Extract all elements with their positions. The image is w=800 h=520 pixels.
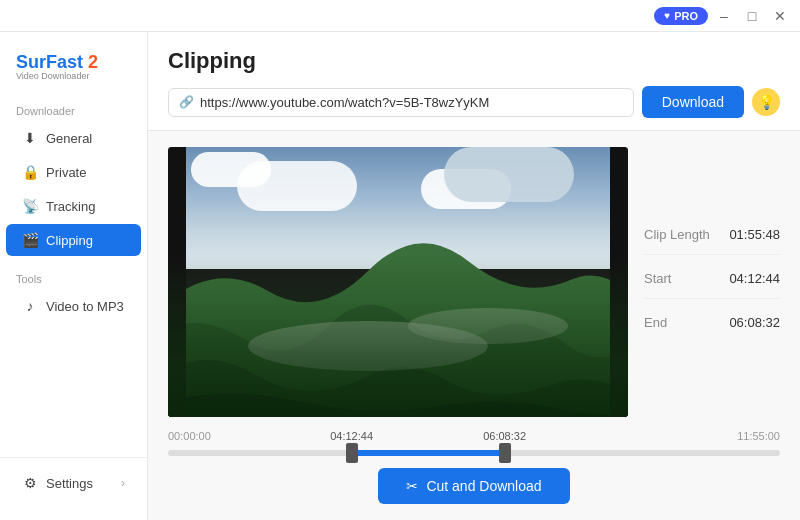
clipping-icon: 🎬 — [22, 232, 38, 248]
url-input[interactable] — [200, 95, 623, 110]
title-bar: PRO – □ ✕ — [0, 0, 800, 32]
timeline-marker-right: 06:08:32 — [483, 430, 526, 442]
timeline-track[interactable] — [168, 450, 780, 456]
timeline-start-label: 00:00:00 — [168, 430, 211, 442]
settings-icon: ⚙ — [22, 475, 38, 491]
main-content: Clipping 🔗 Download 💡 — [148, 32, 800, 520]
mountain-svg — [168, 201, 628, 417]
sidebar-item-label: Clipping — [46, 233, 93, 248]
cut-and-download-button[interactable]: ✂ Cut and Download — [378, 468, 569, 504]
scissors-icon: ✂ — [406, 478, 418, 494]
sidebar: SurFast 2 Video Downloader Downloader ⬇ … — [0, 32, 148, 520]
timeline-fill — [352, 450, 505, 456]
hint-icon[interactable]: 💡 — [752, 88, 780, 116]
clip-length-row: Clip Length 01:55:48 — [644, 227, 780, 255]
main-header: Clipping 🔗 Download 💡 — [148, 32, 800, 131]
end-value: 06:08:32 — [729, 315, 780, 330]
timeline-labels: 00:00:00 04:12:44 06:08:32 11:55:00 — [168, 430, 780, 442]
downloader-section-label: Downloader — [0, 97, 147, 121]
video-section: Clip Length 01:55:48 Start 04:12:44 End … — [168, 147, 780, 422]
maximize-button[interactable]: □ — [740, 4, 764, 28]
timeline-section: 00:00:00 04:12:44 06:08:32 11:55:00 ✂ Cu… — [168, 422, 780, 504]
svg-point-0 — [248, 321, 488, 371]
music-icon: ♪ — [22, 298, 38, 314]
right-pillar — [610, 147, 628, 417]
sidebar-item-label: Tracking — [46, 199, 95, 214]
logo-brand: SurFast — [16, 52, 83, 72]
sidebar-item-tracking[interactable]: 📡 Tracking — [6, 190, 141, 222]
clip-length-label: Clip Length — [644, 227, 710, 242]
app-body: SurFast 2 Video Downloader Downloader ⬇ … — [0, 32, 800, 520]
start-row: Start 04:12:44 — [644, 271, 780, 299]
download-icon: ⬇ — [22, 130, 38, 146]
url-bar: 🔗 Download 💡 — [168, 86, 780, 118]
start-value: 04:12:44 — [729, 271, 780, 286]
end-label: End — [644, 315, 667, 330]
video-info: Clip Length 01:55:48 Start 04:12:44 End … — [644, 147, 780, 422]
tools-section-label: Tools — [0, 265, 147, 289]
timeline-end-label: 11:55:00 — [737, 430, 780, 442]
logo-subtitle: Video Downloader — [16, 71, 131, 81]
left-pillar — [168, 147, 186, 417]
link-icon: 🔗 — [179, 95, 194, 109]
close-button[interactable]: ✕ — [768, 4, 792, 28]
sidebar-item-video-to-mp3[interactable]: ♪ Video to MP3 — [6, 290, 141, 322]
logo: SurFast 2 Video Downloader — [0, 44, 147, 97]
cloud-4 — [444, 147, 574, 202]
settings-label: Settings — [46, 476, 93, 491]
start-label: Start — [644, 271, 671, 286]
lock-icon: 🔒 — [22, 164, 38, 180]
sidebar-item-general[interactable]: ⬇ General — [6, 122, 141, 154]
sidebar-item-clipping[interactable]: 🎬 Clipping — [6, 224, 141, 256]
sidebar-item-label: Private — [46, 165, 86, 180]
pro-badge[interactable]: PRO — [654, 7, 708, 25]
end-row: End 06:08:32 — [644, 315, 780, 342]
tracking-icon: 📡 — [22, 198, 38, 214]
video-preview — [168, 147, 628, 417]
sidebar-item-private[interactable]: 🔒 Private — [6, 156, 141, 188]
download-button[interactable]: Download — [642, 86, 744, 118]
sidebar-item-label: General — [46, 131, 92, 146]
timeline-marker-left: 04:12:44 — [330, 430, 373, 442]
url-input-wrapper: 🔗 — [168, 88, 634, 117]
timeline-handle-right[interactable] — [499, 443, 511, 463]
cloud-2 — [191, 152, 271, 187]
logo-number: 2 — [83, 52, 98, 72]
sidebar-item-label: Video to MP3 — [46, 299, 124, 314]
timeline-handle-left[interactable] — [346, 443, 358, 463]
sidebar-item-settings[interactable]: ⚙ Settings › — [6, 467, 141, 499]
chevron-right-icon: › — [121, 476, 125, 490]
sidebar-bottom: ⚙ Settings › — [0, 457, 147, 508]
page-title: Clipping — [168, 48, 780, 74]
content-area: Clip Length 01:55:48 Start 04:12:44 End … — [148, 131, 800, 520]
svg-point-1 — [408, 308, 568, 344]
video-scene — [168, 147, 628, 417]
cut-btn-label: Cut and Download — [426, 478, 541, 494]
minimize-button[interactable]: – — [712, 4, 736, 28]
clip-length-value: 01:55:48 — [729, 227, 780, 242]
